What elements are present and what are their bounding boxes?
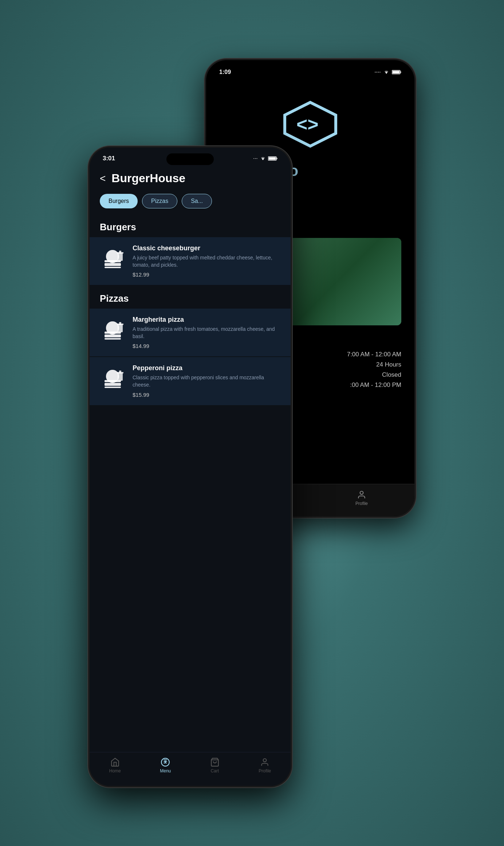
section-header-pizzas: Pizzas — [90, 286, 291, 309]
back-tab-profile[interactable]: Profile — [355, 490, 368, 506]
svg-text:<>: <> — [296, 114, 319, 135]
tab-pizzas[interactable]: Pizzas — [142, 194, 177, 208]
menu-content: Burgers — [90, 214, 291, 752]
front-battery-icon — [268, 156, 277, 161]
svg-rect-30 — [118, 373, 123, 381]
back-dynamic-island — [281, 67, 324, 78]
svg-rect-28 — [105, 383, 121, 386]
back-wifi-icon — [383, 70, 390, 75]
category-tabs: Burgers Pizzas Sa... — [90, 191, 291, 214]
pepperoni-info: Pepperoni pizza Classic pizza topped wit… — [133, 364, 280, 397]
tab-profile-label: Profile — [259, 768, 271, 773]
classic-cheeseburger-name: Classic cheeseburger — [133, 244, 280, 252]
restaurant-name: BurgerHouse — [111, 172, 185, 185]
app-logo: <> — [281, 99, 339, 150]
tab-menu[interactable]: Menu — [160, 757, 171, 773]
back-battery-icon — [392, 70, 401, 75]
scene: 1:09 ···· — [88, 59, 416, 787]
classic-cheeseburger-price: $12.99 — [133, 271, 280, 278]
pizza-icon-1 — [101, 321, 125, 344]
logo-container: <> — [281, 99, 339, 151]
margherita-price: $14.99 — [133, 343, 280, 349]
back-status-bar: 1:09 ···· — [206, 60, 414, 81]
front-header: < BurgerHouse — [90, 166, 291, 191]
menu-item-pepperoni[interactable]: Pepperoni pizza Classic pizza topped wit… — [90, 357, 291, 405]
svg-rect-11 — [269, 157, 276, 160]
svg-rect-2 — [393, 71, 400, 74]
front-time: 3:01 — [103, 155, 115, 162]
classic-cheeseburger-info: Classic cheeseburger A juicy beef patty … — [133, 244, 280, 278]
cart-icon — [210, 757, 220, 767]
pizza-icon-2 — [101, 369, 125, 393]
svg-rect-10 — [277, 158, 277, 159]
svg-point-8 — [360, 491, 363, 494]
home-icon — [110, 757, 120, 767]
svg-rect-25 — [119, 322, 121, 325]
menu-icon — [161, 757, 170, 767]
pepperoni-name: Pepperoni pizza — [133, 364, 280, 372]
menu-item-margherita[interactable]: Margherita pizza A traditional pizza wit… — [90, 309, 291, 356]
svg-rect-18 — [119, 251, 121, 254]
svg-rect-32 — [119, 371, 121, 373]
tab-home[interactable]: Home — [109, 757, 121, 773]
svg-rect-15 — [105, 267, 121, 268]
front-wifi-icon — [260, 156, 266, 161]
back-status-icons: ···· — [375, 70, 401, 75]
front-phone: 3:01 ··· — [88, 146, 292, 787]
svg-point-35 — [263, 759, 267, 762]
margherita-item-icon — [100, 320, 125, 345]
svg-rect-29 — [105, 387, 121, 388]
svg-rect-1 — [401, 71, 401, 73]
tab-menu-label: Menu — [160, 768, 171, 773]
tab-cart-label: Cart — [210, 768, 219, 773]
front-status-icons: ··· — [253, 156, 277, 161]
classic-cheeseburger-desc: A juicy beef patty topped with melted ch… — [133, 254, 280, 269]
margherita-desc: A traditional pizza with fresh tomatoes,… — [133, 326, 280, 340]
burger-icon — [101, 249, 125, 273]
front-notch — [166, 153, 214, 165]
menu-item-classic-cheeseburger[interactable]: Classic cheeseburger A juicy beef patty … — [90, 237, 291, 285]
pepperoni-price: $15.99 — [133, 392, 280, 398]
front-tab-bar: Home Menu — [90, 752, 291, 786]
back-signal-icon: ···· — [375, 70, 381, 75]
back-profile-label: Profile — [355, 501, 368, 506]
back-arrow-button[interactable]: < — [100, 173, 106, 184]
tab-cart[interactable]: Cart — [210, 757, 220, 773]
svg-rect-16 — [118, 253, 123, 261]
pepperoni-item-icon — [100, 368, 125, 394]
burger-item-icon — [100, 248, 125, 274]
tab-salads[interactable]: Sa... — [182, 194, 212, 208]
back-time: 1:09 — [219, 69, 231, 75]
svg-rect-23 — [118, 324, 123, 332]
pepperoni-desc: Classic pizza topped with pepperoni slic… — [133, 374, 280, 388]
margherita-name: Margherita pizza — [133, 316, 280, 324]
back-profile-icon — [357, 490, 366, 500]
svg-rect-21 — [105, 334, 121, 337]
tab-home-label: Home — [109, 768, 121, 773]
tab-profile[interactable]: Profile — [259, 757, 271, 773]
profile-icon — [260, 757, 269, 767]
margherita-info: Margherita pizza A traditional pizza wit… — [133, 316, 280, 349]
svg-rect-14 — [105, 263, 121, 266]
svg-rect-22 — [105, 338, 121, 340]
tab-burgers[interactable]: Burgers — [100, 194, 138, 208]
section-header-burgers: Burgers — [90, 214, 291, 237]
front-signal-icon: ··· — [253, 156, 258, 161]
